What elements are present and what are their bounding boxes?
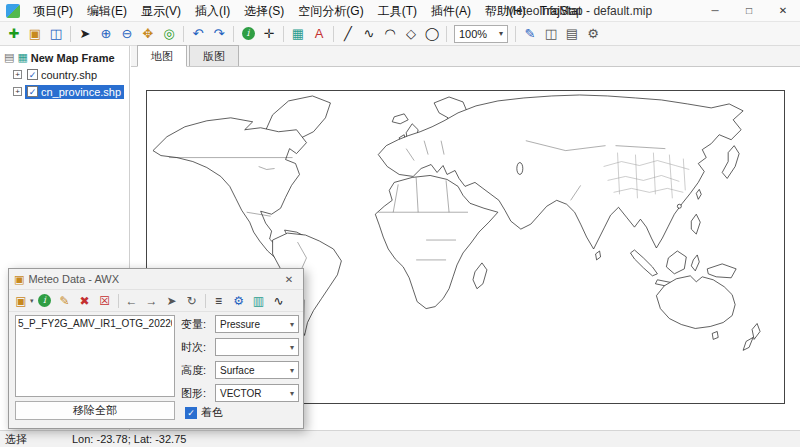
tab-layout[interactable]: 版图: [189, 45, 239, 66]
save-icon[interactable]: ◫: [46, 24, 66, 44]
maximize-button[interactable]: □: [732, 0, 766, 22]
map-frame-node[interactable]: ▤ ▦ New Map Frame: [0, 49, 129, 66]
draw-polyline-icon[interactable]: ∿: [359, 24, 379, 44]
status-mode: 选择: [0, 432, 72, 447]
layer-select-area[interactable]: ✓ country.shp: [25, 68, 100, 82]
close-button[interactable]: ✕: [766, 0, 800, 22]
variable-select[interactable]: Pressure ▾: [215, 315, 299, 333]
previous-view-icon[interactable]: ↶: [188, 24, 208, 44]
forward-icon[interactable]: →: [143, 292, 161, 310]
identify-icon[interactable]: ✛: [259, 24, 279, 44]
window-controls: ─ □ ✕: [698, 0, 800, 22]
pan-icon[interactable]: ✥: [138, 24, 158, 44]
data-settings-icon[interactable]: ⚙: [230, 292, 248, 310]
expander-icon[interactable]: +: [13, 87, 22, 96]
data-info-icon[interactable]: i: [36, 292, 54, 310]
document-icon: ▤: [4, 51, 14, 64]
layer-label[interactable]: cn_province.shp: [41, 86, 121, 98]
graphic-select[interactable]: VECTOR ▾: [215, 384, 299, 402]
settings-icon[interactable]: ⚙: [583, 24, 603, 44]
remove-all-icon[interactable]: ☒: [96, 292, 114, 310]
dialog-title: Meteo Data - AWX: [28, 273, 119, 285]
toolbar-separator: [283, 26, 284, 42]
run-icon[interactable]: ➤: [163, 292, 181, 310]
draw-polygon-icon[interactable]: ◇: [401, 24, 421, 44]
remove-icon[interactable]: ✖: [76, 292, 94, 310]
map-frame-icon: ▦: [17, 51, 27, 64]
folder-icon: ▣: [14, 273, 24, 286]
chart-icon[interactable]: ▥: [250, 292, 268, 310]
menu-plugins[interactable]: 插件(A): [424, 0, 478, 22]
colored-checkbox-row[interactable]: ✓ 着色: [185, 405, 223, 420]
toolbar-separator: [333, 26, 334, 42]
data-file-list[interactable]: 5_P_FY2G_AMV_IR1_OTG_20220520_0530.AWX: [15, 315, 175, 397]
layer-checkbox[interactable]: ✓: [27, 86, 38, 97]
zoom-out-icon[interactable]: ⊖: [117, 24, 137, 44]
layer-row-country[interactable]: + ✓ country.shp: [0, 66, 129, 83]
dialog-close-icon[interactable]: ✕: [280, 274, 298, 285]
toolbar-separator: [515, 26, 516, 42]
level-select[interactable]: Surface ▾: [215, 361, 299, 379]
draw-curve-icon[interactable]: ◠: [380, 24, 400, 44]
layer-row-cn-province[interactable]: + ✓ cn_province.shp: [0, 83, 129, 100]
new-icon[interactable]: ✚: [4, 24, 24, 44]
toolbar-separator: [118, 294, 119, 308]
graphic-label: 图形:: [181, 386, 211, 401]
variable-label: 变量:: [181, 317, 211, 332]
draw-data-icon[interactable]: ✎: [56, 292, 74, 310]
menu-tools[interactable]: 工具(T): [371, 0, 424, 22]
chevron-down-icon: ▾: [290, 366, 294, 375]
menu-spatial-analysis[interactable]: 空间分析(G): [291, 0, 370, 22]
full-extent-icon[interactable]: ◎: [159, 24, 179, 44]
draw-circle-icon[interactable]: ◯: [422, 24, 442, 44]
menu-selection[interactable]: 选择(S): [237, 0, 291, 22]
attribute-table-icon[interactable]: ▤: [562, 24, 582, 44]
menu-edit[interactable]: 编辑(E): [80, 0, 134, 22]
edit-icon[interactable]: ✎: [520, 24, 540, 44]
dialog-titlebar[interactable]: ▣ Meteo Data - AWX ✕: [9, 269, 303, 290]
view-tab-bar: 地图 版图: [131, 46, 800, 67]
status-coordinates: Lon: -23.78; Lat: -32.75: [72, 433, 186, 445]
tab-map[interactable]: 地图: [137, 45, 187, 67]
statusbar: 选择 Lon: -23.78; Lat: -32.75: [0, 430, 800, 447]
chevron-down-icon: ▾: [290, 320, 294, 329]
back-icon[interactable]: ←: [123, 292, 141, 310]
map-frame-label: New Map Frame: [31, 52, 115, 64]
time-label: 时次:: [181, 340, 211, 355]
text-label-icon[interactable]: A: [309, 24, 329, 44]
remove-all-button[interactable]: 移除全部: [15, 401, 175, 420]
next-view-icon[interactable]: ↷: [209, 24, 229, 44]
zoom-level-value: 100%: [459, 28, 487, 40]
draw-line-icon[interactable]: ╱: [338, 24, 358, 44]
open-data-icon[interactable]: ▣: [12, 292, 30, 310]
chevron-down-icon[interactable]: ▾: [30, 297, 34, 305]
meteo-data-dialog[interactable]: ▣ Meteo Data - AWX ✕ ▣ ▾ i ✎ ✖ ☒ ← → ➤ ↻…: [8, 268, 304, 429]
minimize-button[interactable]: ─: [698, 0, 732, 22]
data-file-item[interactable]: 5_P_FY2G_AMV_IR1_OTG_20220520_0530.AWX: [18, 317, 172, 331]
layer-select-area[interactable]: ✓ cn_province.shp: [25, 85, 124, 99]
menu-view[interactable]: 显示(V): [134, 0, 188, 22]
plot-icon[interactable]: ∿: [270, 292, 288, 310]
toolbar-separator: [205, 294, 206, 308]
level-field-row: 高度: Surface ▾: [181, 361, 299, 379]
time-select[interactable]: ▾: [215, 338, 299, 356]
list-icon[interactable]: ≡: [210, 292, 228, 310]
info-glyph: i: [38, 294, 51, 307]
layer-label[interactable]: country.shp: [41, 69, 97, 81]
expander-icon[interactable]: +: [13, 70, 22, 79]
info-icon[interactable]: i: [238, 24, 258, 44]
menu-project[interactable]: 项目(P): [26, 0, 80, 22]
menu-insert[interactable]: 插入(I): [188, 0, 237, 22]
zoom-in-icon[interactable]: ⊕: [96, 24, 116, 44]
variable-field-row: 变量: Pressure ▾: [181, 315, 299, 333]
image-icon[interactable]: ▦: [288, 24, 308, 44]
open-icon[interactable]: ▣: [25, 24, 45, 44]
layer-checkbox[interactable]: ✓: [27, 69, 38, 80]
colored-checkbox[interactable]: ✓: [185, 407, 197, 419]
select-element-icon[interactable]: ➤: [75, 24, 95, 44]
loop-icon[interactable]: ↻: [183, 292, 201, 310]
save-edits-icon[interactable]: ◫: [541, 24, 561, 44]
dialog-toolbar: ▣ ▾ i ✎ ✖ ☒ ← → ➤ ↻ ≡ ⚙ ▥ ∿: [9, 290, 303, 312]
chevron-down-icon: ▾: [290, 343, 294, 352]
zoom-level-combobox[interactable]: 100% ▾: [454, 25, 508, 43]
